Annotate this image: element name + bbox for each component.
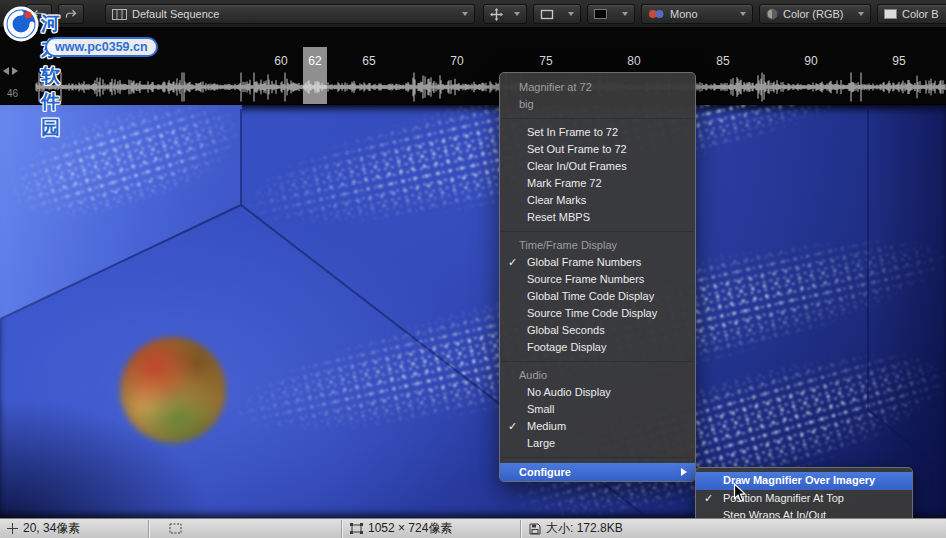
sequence-label: Default Sequence <box>132 8 219 20</box>
current-frame-tick: 62 <box>308 54 321 68</box>
frame-tick: 85 <box>716 54 729 68</box>
disk-icon <box>529 523 541 535</box>
filmstrip-icon <box>112 9 127 20</box>
menu-item-reset-mbps[interactable]: Reset MBPS <box>500 209 695 226</box>
image-dimensions-text: 1052 × 724像素 <box>368 520 452 537</box>
frame-tick: 60 <box>274 54 287 68</box>
background-swatch-dropdown[interactable] <box>587 4 635 24</box>
crop-dropdown[interactable] <box>533 4 581 24</box>
chevron-down-icon <box>462 12 468 16</box>
configure-label: Configure <box>519 466 571 478</box>
color-b-dropdown[interactable]: Color B <box>877 4 946 24</box>
menu-item-source-time-code[interactable]: Source Time Code Display <box>500 305 695 322</box>
menu-title: Magnifier at 72 <box>500 79 695 96</box>
pan-tool-dropdown[interactable] <box>483 4 527 24</box>
cursor-position-text: 20, 34像素 <box>23 520 80 537</box>
forward-button[interactable] <box>58 4 84 24</box>
menu-item-global-time-code[interactable]: Global Time Code Display <box>500 288 695 305</box>
audio-mode-dropdown[interactable]: Mono <box>641 4 753 24</box>
chevron-down-icon <box>858 12 864 16</box>
menu-item-set-out-frame[interactable]: Set Out Frame to 72 <box>500 141 695 158</box>
viewport[interactable] <box>0 105 946 518</box>
stereo-dots-icon <box>648 9 665 19</box>
selection-tool-indicator <box>169 519 182 538</box>
toolbar: Default Sequence Mono Color (RGB) Color … <box>0 0 946 28</box>
frame-tick: 70 <box>450 54 463 68</box>
menu-item-global-seconds[interactable]: Global Seconds <box>500 322 695 339</box>
rectangle-icon <box>540 9 554 20</box>
image-dimensions-readout: 1052 × 724像素 <box>350 519 452 538</box>
channel-display-label: Color (RGB) <box>783 8 844 20</box>
scroll-left-icon[interactable] <box>3 67 9 75</box>
submenu-arrow-icon <box>681 468 687 476</box>
menu-separator <box>501 361 694 362</box>
cursor-position-readout: 20, 34像素 <box>7 519 80 538</box>
file-size-readout: 大小: 172.8KB <box>529 519 623 538</box>
menu-separator <box>501 457 694 458</box>
crosshair-icon <box>7 523 18 534</box>
menu-subtitle: big <box>500 96 695 113</box>
statusbar-divider <box>148 520 149 538</box>
menu-item-clear-in-out[interactable]: Clear In/Out Frames <box>500 158 695 175</box>
menu-header-audio: Audio <box>500 367 695 384</box>
menu-item-no-audio-display[interactable]: No Audio Display <box>500 384 695 401</box>
status-bar: 20, 34像素 1052 × 724像素 大小: 172.8KB <box>0 518 946 538</box>
menu-item-audio-large[interactable]: Large <box>500 435 695 452</box>
sequence-dropdown[interactable]: Default Sequence <box>105 4 475 24</box>
menu-separator <box>501 231 694 232</box>
frame-tick: 65 <box>362 54 375 68</box>
menu-item-audio-small[interactable]: Small <box>500 401 695 418</box>
timeline-start-frame: 46 <box>7 88 18 99</box>
chevron-down-icon <box>514 12 520 16</box>
chevron-down-icon <box>740 12 746 16</box>
color-b-label: Color B <box>902 8 939 20</box>
white-swatch-icon <box>884 9 897 19</box>
menu-header-time-frame-display: Time/Frame Display <box>500 237 695 254</box>
menu-item-clear-marks[interactable]: Clear Marks <box>500 192 695 209</box>
menu-item-global-frame-numbers[interactable]: Global Frame Numbers <box>500 254 695 271</box>
pan-arrows-icon <box>490 8 503 21</box>
channel-display-dropdown[interactable]: Color (RGB) <box>759 4 871 24</box>
black-swatch-icon <box>594 9 607 19</box>
timeline-ruler[interactable]: 60 62 65 70 75 80 85 90 95 46 <box>0 28 946 105</box>
marquee-icon <box>169 523 182 534</box>
menu-item-configure[interactable]: Configure <box>500 463 695 481</box>
frame-tick: 75 <box>539 54 552 68</box>
menu-item-audio-medium[interactable]: Medium <box>500 418 695 435</box>
context-menu: Magnifier at 72 big Set In Frame to 72 S… <box>499 72 696 482</box>
scene-edges <box>0 105 946 518</box>
audio-mode-label: Mono <box>670 8 698 20</box>
chevron-down-icon <box>622 12 628 16</box>
frame-tick: 80 <box>627 54 640 68</box>
scroll-right-icon[interactable] <box>12 67 18 75</box>
menu-item-mark-frame[interactable]: Mark Frame 72 <box>500 175 695 192</box>
file-size-text: 大小: 172.8KB <box>546 520 623 537</box>
frame-tick: 95 <box>892 54 905 68</box>
bounding-box-icon <box>350 523 363 534</box>
chevron-down-icon <box>568 12 574 16</box>
submenu-item-draw-magnifier[interactable]: Draw Magnifier Over Imagery <box>696 472 912 490</box>
back-arrow-icon <box>33 8 45 20</box>
back-button[interactable] <box>26 4 52 24</box>
statusbar-divider <box>341 520 342 538</box>
menu-item-footage-display[interactable]: Footage Display <box>500 339 695 356</box>
menu-item-source-frame-numbers[interactable]: Source Frame Numbers <box>500 271 695 288</box>
menu-separator <box>501 118 694 119</box>
statusbar-divider <box>520 520 521 538</box>
timeline-scroll-arrows[interactable] <box>3 67 18 75</box>
color-wheel-icon <box>766 8 778 20</box>
submenu-item-position-magnifier[interactable]: Position Magnifier At Top <box>696 490 912 508</box>
frame-tick: 90 <box>804 54 817 68</box>
forward-arrow-icon <box>65 8 77 20</box>
menu-item-set-in-frame[interactable]: Set In Frame to 72 <box>500 124 695 141</box>
